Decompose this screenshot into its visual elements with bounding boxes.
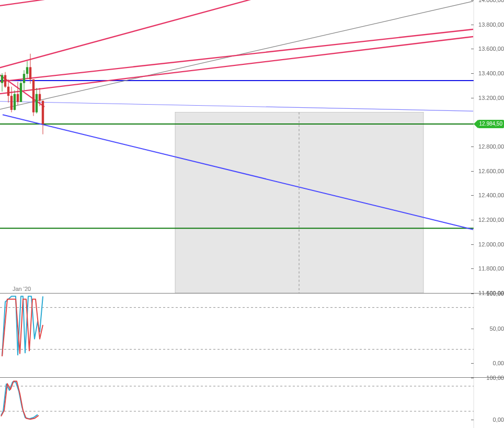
candle-body — [32, 80, 35, 112]
osc2-red — [1, 381, 39, 419]
price-y-axis: 14.000,00 13.800,00 13.600,00 13.400,00 … — [474, 0, 504, 293]
y-tick-label: 0,00 — [474, 416, 504, 423]
y-tick-label: 100,00 — [474, 375, 504, 381]
chart-root: 14.000,00 13.800,00 13.600,00 13.400,00 … — [0, 0, 504, 428]
candle-body — [17, 94, 19, 102]
current-price-label: 12.984,50 — [479, 121, 503, 127]
y-tick-label: 13.200,00 — [474, 95, 504, 101]
candle-body — [39, 94, 41, 101]
oscillator-panel-1[interactable]: 100,00 50,00 0,00 — [0, 294, 504, 377]
y-tick-label: 13.400,00 — [474, 70, 504, 76]
y-tick-label: 11.800,00 — [474, 265, 504, 272]
candle-body — [26, 67, 28, 74]
price-plot[interactable] — [0, 0, 504, 293]
candle-body — [20, 83, 22, 102]
oscillator-panel-2[interactable]: 100,00 0,00 — [0, 378, 504, 428]
trend-line[interactable] — [0, 29, 473, 82]
candle-body — [10, 96, 13, 110]
candle-body — [42, 101, 44, 124]
y-tick-label: 50,00 — [474, 325, 504, 332]
candle-body — [29, 67, 31, 79]
y-tick-label: 12.800,00 — [474, 143, 504, 150]
trend-line[interactable] — [0, 37, 473, 94]
trend-line[interactable] — [0, 102, 473, 111]
y-tick-label: 12.000,00 — [474, 241, 504, 247]
y-tick-label: 13.600,00 — [474, 46, 504, 52]
y-tick-label: 12.600,00 — [474, 168, 504, 174]
osc2-y-axis: 100,00 0,00 — [474, 378, 504, 428]
candle-body — [23, 74, 25, 83]
x-tick-label: Jan '20 — [13, 286, 31, 292]
oscillator-2-plot[interactable] — [0, 378, 504, 428]
candle-body — [36, 94, 38, 112]
price-panel[interactable]: 14.000,00 13.800,00 13.600,00 13.400,00 … — [0, 0, 504, 293]
candle-body — [14, 94, 16, 110]
y-tick-label: 13.800,00 — [474, 21, 504, 28]
candle-body — [4, 75, 6, 87]
oscillator-1-plot[interactable] — [0, 294, 504, 377]
current-price-tag: 12.984,50 — [478, 120, 505, 128]
y-tick-label: 100,00 — [474, 290, 504, 297]
y-tick-label: 0,00 — [474, 360, 504, 366]
candle-body — [7, 87, 9, 96]
trend-line[interactable] — [0, 0, 473, 69]
osc1-y-axis: 100,00 50,00 0,00 — [474, 294, 504, 377]
candle-body — [1, 75, 3, 83]
y-tick-label: 12.400,00 — [474, 192, 504, 198]
y-tick-label: 14.000,00 — [474, 0, 504, 3]
y-tick-label: 12.200,00 — [474, 217, 504, 223]
